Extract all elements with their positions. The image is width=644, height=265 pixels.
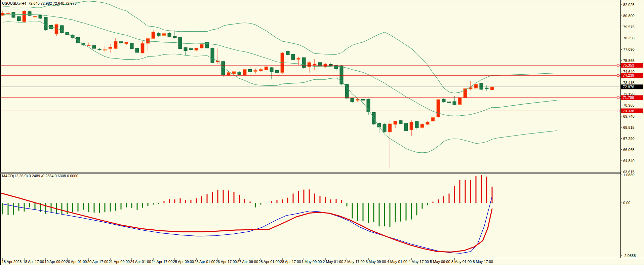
- candle-body: [130, 43, 133, 48]
- candle-body: [410, 122, 413, 130]
- candle-body: [474, 84, 478, 88]
- candle-body: [184, 48, 187, 51]
- candle-body: [485, 88, 488, 89]
- candle-body: [109, 47, 112, 48]
- candle-body: [195, 48, 198, 50]
- candle-body: [254, 70, 257, 71]
- time-tick-label: 26 Apr 17:00: [216, 260, 237, 264]
- price-tag-value: 74.239: [623, 73, 634, 77]
- price-tick-label: 74.640: [623, 70, 635, 74]
- price-tick-label: 66.065: [623, 148, 635, 152]
- candle-body: [248, 69, 252, 72]
- candle-body: [232, 72, 236, 74]
- time-tick-label: 8 May 17:00: [473, 260, 493, 264]
- price-tick-label: 79.575: [623, 25, 635, 29]
- time-tick-label: 4 May 17:00: [408, 260, 429, 264]
- time-tick-label: 24 Apr 17:00: [152, 260, 172, 264]
- line-handle-marker[interactable]: [617, 97, 619, 99]
- candle-body: [291, 54, 295, 60]
- candle-body: [351, 98, 354, 102]
- time-tick-label: 20 Apr 01:00: [66, 260, 87, 264]
- candle-body: [119, 42, 123, 43]
- candle-body: [33, 16, 37, 17]
- candle-body: [367, 99, 370, 112]
- candle-body: [205, 42, 209, 48]
- candle-body: [270, 68, 273, 72]
- macd-indicator-label: MACD(12,26,9) 0.2489 -0.2364 0.6308 0.00…: [2, 174, 78, 178]
- candle-body: [211, 48, 214, 63]
- price-tick-label: 80.800: [623, 14, 635, 18]
- price-tag-value: 75.353: [623, 63, 634, 67]
- candle-body: [308, 63, 311, 67]
- candle-body: [437, 100, 440, 117]
- candle-body: [458, 98, 461, 105]
- line-handle-marker[interactable]: [617, 64, 619, 66]
- time-tick-label: 21 Apr 09:00: [109, 260, 130, 264]
- candle-body: [135, 48, 139, 52]
- time-tick-label: 27 Apr 09:00: [237, 260, 258, 264]
- time-tick-label: 3 May 09:00: [366, 260, 386, 264]
- time-tick-label: 1 May 09:00: [301, 260, 322, 264]
- time-tick-label: 20 Apr 17:00: [87, 260, 108, 264]
- price-tick-label: 73.415: [623, 81, 635, 85]
- price-tick-label: 78.350: [623, 36, 635, 40]
- candle-body: [259, 69, 263, 71]
- candle-body: [415, 122, 418, 128]
- candle-body: [431, 118, 435, 121]
- candle-body: [125, 42, 128, 44]
- time-tick-label: 4 May 01:00: [387, 260, 408, 264]
- candle-body: [114, 41, 117, 49]
- candle-body: [388, 124, 392, 132]
- price-tick-label: 70.965: [623, 103, 635, 107]
- candle-body: [162, 34, 166, 36]
- candle-body: [447, 102, 451, 103]
- price-tag-value: 72.976: [623, 85, 634, 89]
- candle-body: [265, 67, 268, 70]
- candle-body: [399, 121, 402, 124]
- price-tick-label: 64.840: [623, 159, 635, 163]
- candle-body: [329, 65, 332, 66]
- price-tick-label: 67.290: [623, 137, 635, 141]
- candle-body: [200, 44, 203, 48]
- price-tick-label: 72.190: [623, 92, 635, 96]
- candle-body: [87, 45, 90, 46]
- trading-chart-window: 75.35374.23971.78970.33872.97682.02580.8…: [0, 0, 644, 265]
- line-handle-marker[interactable]: [617, 74, 619, 76]
- candle-body: [383, 124, 386, 131]
- candle-body: [340, 66, 343, 84]
- time-tick-label: 24 Apr 01:00: [130, 260, 151, 264]
- price-tick-label: 77.090: [623, 47, 635, 51]
- macd-axis-label: 1.0889: [623, 173, 635, 177]
- page-background: [0, 0, 644, 265]
- time-tick-label: 26 Apr 01:00: [194, 260, 215, 264]
- candle-body: [60, 26, 64, 33]
- candle-body: [23, 11, 26, 22]
- candle-body: [426, 122, 429, 124]
- candle-body: [394, 121, 397, 124]
- chart-title: USOUSD,v,H4 72.640 72.982 72.640 72.976: [2, 1, 77, 5]
- candle-body: [490, 87, 494, 90]
- candle-body: [302, 58, 306, 68]
- candle-body: [243, 69, 246, 75]
- candle-body: [297, 58, 300, 60]
- candle-body: [286, 51, 289, 55]
- time-tick-label: 5 May 09:00: [430, 260, 450, 264]
- candle-body: [157, 34, 160, 36]
- line-handle-marker[interactable]: [617, 110, 619, 112]
- candle-body: [98, 49, 101, 50]
- candle-body: [275, 70, 279, 73]
- chart-canvas[interactable]: 75.35374.23971.78970.33872.97682.02580.8…: [0, 0, 644, 265]
- price-tag-value: 71.789: [623, 96, 634, 100]
- time-tick-label: 8 May 01:00: [451, 260, 472, 264]
- price-tick-label: 75.865: [623, 59, 635, 63]
- candle-body: [453, 102, 456, 105]
- candle-body: [39, 15, 42, 18]
- candle-body: [442, 99, 445, 102]
- time-tick-label: 25 Apr 09:00: [173, 260, 194, 264]
- time-tick-label: 28 Apr 17:00: [280, 260, 301, 264]
- candle-body: [361, 99, 365, 100]
- time-tick-label: 2 May 01:00: [323, 260, 344, 264]
- candle-body: [189, 48, 193, 50]
- price-tick-label: 82.025: [623, 3, 635, 7]
- price-tick-label: 68.515: [623, 125, 635, 129]
